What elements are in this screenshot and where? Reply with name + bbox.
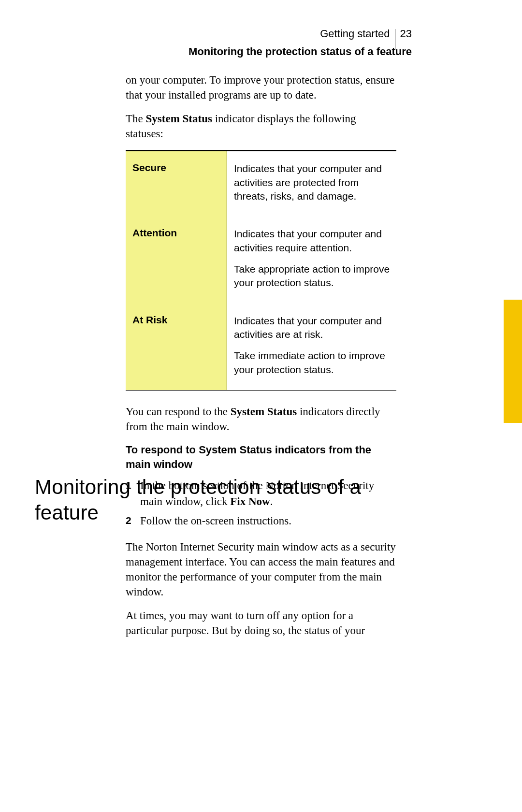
secondary-content: The Norton Internet Security main window…	[126, 539, 396, 647]
table-row: At Risk Indicates that your computer and…	[126, 304, 396, 390]
paragraph: At times, you may want to turn off any o…	[126, 608, 396, 638]
bold-text: System Status	[231, 406, 297, 418]
page-title: Monitoring the protection status of a fe…	[35, 475, 402, 525]
status-label-secure: Secure	[126, 151, 227, 217]
paragraph: The System Status indicator displays the…	[126, 111, 396, 141]
table-row: Attention Indicates that your computer a…	[126, 217, 396, 303]
header-chapter: Getting started	[320, 28, 390, 40]
text-run: Indicates that your computer and activit…	[234, 227, 391, 255]
header-page-number: 23	[400, 28, 412, 40]
header-section-title: Monitoring the protection status of a fe…	[188, 45, 412, 58]
paragraph: The Norton Internet Security main window…	[126, 539, 396, 599]
bold-text: System Status	[146, 113, 212, 125]
status-desc: Indicates that your computer and activit…	[227, 217, 396, 303]
page: Getting started 23 Monitoring the protec…	[0, 0, 522, 812]
status-label-at-risk: At Risk	[126, 304, 227, 390]
table-row: Secure Indicates that your computer and …	[126, 151, 396, 217]
text-run: The	[126, 113, 146, 125]
text-run: You can respond to the	[126, 406, 231, 418]
status-desc: Indicates that your computer and activit…	[227, 151, 396, 217]
status-label-attention: Attention	[126, 217, 227, 303]
paragraph: on your computer. To improve your protec…	[126, 72, 396, 102]
text-run: Take immediate action to improve your pr…	[234, 349, 391, 377]
status-table: Secure Indicates that your computer and …	[126, 150, 396, 391]
procedure-title: To respond to System Status indicators f…	[126, 443, 396, 471]
text-run: Indicates that your computer and activit…	[234, 162, 391, 203]
running-header: Getting started 23 Monitoring the protec…	[188, 23, 412, 58]
header-line-1: Getting started 23	[188, 23, 412, 44]
text-run: Indicates that your computer and activit…	[234, 314, 391, 342]
thumb-tab	[504, 300, 522, 423]
header-separator	[395, 29, 395, 50]
main-content: on your computer. To improve your protec…	[126, 72, 396, 533]
text-run: Take appropriate action to improve your …	[234, 262, 391, 290]
status-desc: Indicates that your computer and activit…	[227, 304, 396, 390]
paragraph: You can respond to the System Status ind…	[126, 404, 396, 434]
